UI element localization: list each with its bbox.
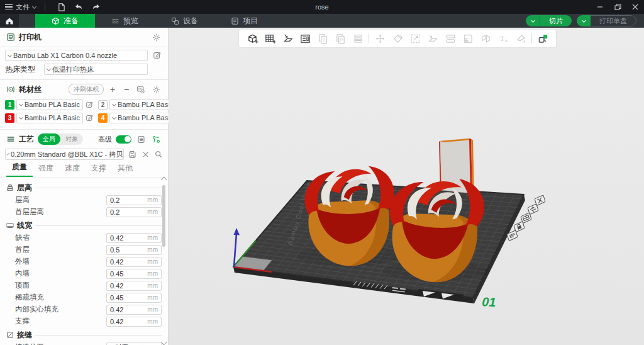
home-icon bbox=[5, 17, 14, 25]
param-value: 0.42 bbox=[110, 282, 147, 290]
tab-prepare-label: 准备 bbox=[64, 16, 79, 26]
remove-filament-button[interactable]: − bbox=[121, 86, 131, 93]
divider bbox=[45, 3, 45, 11]
file-menu-button[interactable]: 文件 bbox=[5, 3, 36, 12]
tab-prepare[interactable]: 准备 bbox=[35, 14, 95, 28]
filament-1-color-swatch[interactable]: 1 bbox=[5, 100, 14, 110]
internal-solid-infill-line-width-input[interactable]: 0.42mm bbox=[106, 305, 162, 315]
hamburger-icon bbox=[5, 4, 13, 10]
slice-dropdown-button[interactable] bbox=[526, 15, 540, 26]
group-title: 线宽 bbox=[17, 220, 32, 231]
minimize-button[interactable] bbox=[591, 0, 609, 14]
bambu-studio-window: 文件 rose 准备 bbox=[0, 0, 644, 345]
process-tab-support[interactable]: 支撑 bbox=[86, 161, 112, 177]
edit-icon bbox=[86, 114, 94, 122]
panel-scrollbar[interactable] bbox=[160, 178, 167, 344]
param-unit: mm bbox=[147, 306, 158, 313]
process-tab-others[interactable]: 其他 bbox=[112, 161, 138, 177]
redo-button[interactable] bbox=[89, 2, 103, 12]
print-dropdown-button[interactable] bbox=[577, 15, 591, 26]
param-label: 顶面 bbox=[15, 281, 106, 290]
tab-preview[interactable]: 预览 bbox=[95, 14, 155, 28]
slice-button[interactable]: 切片 bbox=[540, 15, 572, 26]
filament-3-select[interactable]: Bambu PLA Basic bbox=[16, 113, 83, 123]
filament-2-select[interactable]: Bambu PLA Basic bbox=[109, 99, 176, 110]
inner-wall-line-width-input[interactable]: 0.45mm bbox=[106, 269, 162, 279]
filament-3-color-swatch[interactable]: 3 bbox=[5, 113, 14, 123]
printer-select[interactable]: Bambu Lab X1 Carbon 0.4 nozzle bbox=[5, 50, 148, 61]
process-preset-select[interactable]: 0.20mm Standard @BBL X1C - 拷贝 bbox=[5, 149, 124, 160]
param-row: 层高 0.2mm bbox=[0, 194, 168, 206]
restore-button[interactable] bbox=[609, 0, 626, 14]
clear-preset-button[interactable] bbox=[141, 149, 150, 160]
parameter-list-button[interactable] bbox=[135, 133, 147, 145]
chevron-down-icon bbox=[7, 152, 9, 155]
printer-settings-button[interactable] bbox=[150, 31, 162, 43]
layer-height-icon bbox=[6, 184, 14, 191]
seam-position-select[interactable]: 对齐 bbox=[106, 342, 162, 345]
undo-button[interactable] bbox=[72, 2, 86, 12]
filament-1-select[interactable]: Bambu PLA Basic bbox=[16, 99, 83, 110]
outer-wall-line-width-input[interactable]: 0.42mm bbox=[106, 257, 162, 267]
process-tab-strength[interactable]: 强度 bbox=[33, 161, 59, 177]
home-button[interactable] bbox=[0, 14, 19, 28]
process-tab-quality[interactable]: 质量 bbox=[6, 160, 33, 177]
print-plate-button: 打印单盘 bbox=[591, 15, 636, 26]
process-icon bbox=[6, 135, 15, 144]
param-unit: mm bbox=[147, 196, 158, 203]
param-label: 支撑 bbox=[15, 317, 106, 326]
ams-sync-button[interactable] bbox=[135, 84, 147, 95]
scene-canvas[interactable]: Bambu Cool Plate 01 bbox=[169, 28, 644, 345]
z-axis-arrowhead bbox=[234, 228, 240, 235]
param-unit: mm bbox=[147, 270, 158, 277]
scroll-down-arrow[interactable] bbox=[161, 339, 167, 345]
process-tab-speed[interactable]: 速度 bbox=[59, 161, 86, 177]
bed-type-select[interactable]: 低温打印热床 bbox=[44, 64, 148, 75]
search-preset-button[interactable] bbox=[153, 149, 163, 160]
sparse-infill-line-width-input[interactable]: 0.45mm bbox=[106, 293, 162, 303]
filament-4-select[interactable]: Bambu PLA Basic bbox=[109, 113, 176, 123]
filament-1-name: Bambu PLA Basic bbox=[25, 101, 80, 108]
edit-filament-1-button[interactable] bbox=[85, 99, 94, 110]
param-label: 稀疏填充 bbox=[15, 293, 106, 302]
edit-filament-3-button[interactable] bbox=[85, 112, 94, 123]
param-label: 层高 bbox=[15, 195, 106, 205]
filament-4-color-swatch[interactable]: 4 bbox=[98, 113, 108, 123]
save-preset-button[interactable] bbox=[128, 149, 137, 160]
advanced-toggle[interactable] bbox=[116, 135, 131, 144]
scrollbar-thumb[interactable] bbox=[162, 185, 165, 247]
default-line-width-input[interactable]: 0.42mm bbox=[106, 233, 162, 243]
filament-2-color-swatch[interactable]: 2 bbox=[98, 100, 108, 110]
new-project-button[interactable] bbox=[54, 2, 68, 12]
printer-icon bbox=[6, 33, 15, 42]
param-unit: mm bbox=[147, 234, 158, 241]
chevron-down-icon bbox=[530, 18, 535, 22]
viewport-3d[interactable]: 0 P Ta bbox=[169, 28, 644, 345]
chevron-down-icon bbox=[19, 101, 23, 106]
scope-global-button[interactable]: 全局 bbox=[38, 133, 60, 145]
file-menu-label: 文件 bbox=[16, 3, 30, 12]
tab-device[interactable]: 设备 bbox=[155, 14, 214, 28]
edit-printer-button[interactable] bbox=[152, 50, 163, 61]
edit-icon bbox=[153, 51, 162, 60]
first-layer-line-width-input[interactable]: 0.5mm bbox=[106, 245, 162, 255]
first-layer-height-input[interactable]: 0.2mm bbox=[106, 207, 162, 217]
prepare-icon bbox=[52, 17, 60, 25]
param-unit: mm bbox=[147, 246, 158, 253]
layer-height-input[interactable]: 0.2mm bbox=[106, 195, 162, 205]
param-value: 0.5 bbox=[110, 246, 147, 254]
add-filament-button[interactable]: + bbox=[108, 86, 118, 93]
objects-table-button[interactable] bbox=[150, 133, 162, 145]
param-label: 内墙 bbox=[15, 269, 106, 278]
top-surface-line-width-input[interactable]: 0.42mm bbox=[106, 281, 162, 291]
tab-project[interactable]: 项目 bbox=[214, 14, 274, 28]
project-icon bbox=[231, 17, 239, 25]
main-tab-bar: 准备 预览 设备 项目 切片 打印单盘 bbox=[0, 14, 644, 28]
scope-objects-button[interactable]: 对象 bbox=[60, 133, 83, 145]
param-unit: mm bbox=[147, 318, 158, 325]
close-button[interactable] bbox=[626, 0, 644, 14]
filament-settings-button[interactable] bbox=[150, 84, 162, 95]
scroll-up-arrow[interactable] bbox=[161, 177, 167, 183]
support-line-width-input[interactable]: 0.42mm bbox=[106, 317, 162, 327]
flush-volume-button[interactable]: 冲刷体积 bbox=[69, 84, 104, 95]
